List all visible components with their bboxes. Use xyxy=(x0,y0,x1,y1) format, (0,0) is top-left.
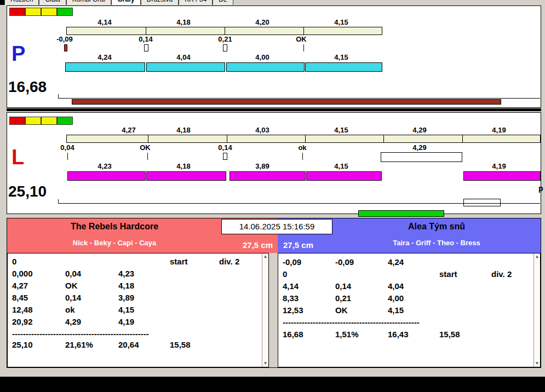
tab-dl[interactable]: DL xyxy=(213,0,233,5)
tab-rozbeh[interactable]: Rozběh xyxy=(4,0,39,5)
start-light-red xyxy=(9,117,25,125)
table-cell: 0,21 xyxy=(335,293,351,303)
panel-p: 4,14 4,18 4,20 4,15 -0,09 0,14 0,21 OK 4… xyxy=(7,5,541,108)
table-cell: 4,00 xyxy=(388,293,404,303)
datetime-box: 14.06.2025 15:16:59 xyxy=(221,219,332,234)
table-divider: ----------------------------------------… xyxy=(12,329,149,338)
table-cell: 4,27 xyxy=(12,281,28,290)
l-dog-bar xyxy=(67,171,146,181)
table-cell: 3,89 xyxy=(118,293,134,302)
table-cell: 0,000 xyxy=(12,269,33,278)
p-bottom-time: 4,24 xyxy=(97,53,111,61)
p-dog-bar xyxy=(305,62,382,72)
l-top-time: 4,03 xyxy=(255,126,269,134)
start-light-green xyxy=(57,8,73,16)
scrollbar[interactable]: ▲ ▼ xyxy=(262,253,268,367)
p-bottom-time: 4,15 xyxy=(334,53,348,61)
table-cell: 4,15 xyxy=(118,305,134,314)
l-mid-value: ok xyxy=(298,143,306,152)
tab-bar: Rozběh Čidla Kombi Graf Grafy Družstva K… xyxy=(4,0,541,5)
bar-divider xyxy=(303,27,304,35)
tab-kombi-graf[interactable]: Kombi Graf xyxy=(66,0,112,5)
l-tick-box xyxy=(223,153,227,160)
start-light-green xyxy=(57,117,73,125)
p-tick-line xyxy=(303,44,304,51)
l-dog-bar xyxy=(230,171,306,181)
p-mid-value: 0,14 xyxy=(139,35,152,43)
scroll-down-icon[interactable]: ▼ xyxy=(262,360,268,367)
table-cell: 12,48 xyxy=(12,305,33,314)
start-light-yellow-1 xyxy=(25,8,41,16)
bar-divider xyxy=(383,135,384,143)
start-light-yellow-1 xyxy=(25,117,41,125)
l-mid-value: 4,29 xyxy=(412,143,426,152)
table-cell: 0 xyxy=(12,257,16,266)
p-mid-value: -0,09 xyxy=(56,35,73,43)
table-total-cell: 21,61% xyxy=(65,340,93,349)
table-cell: 4,14 xyxy=(283,281,299,291)
team-left-height: 27,5 cm xyxy=(243,240,273,250)
team-left-results-list[interactable]: 0 start div. 2 0,000 0,04 4,23 4,27 OK 4… xyxy=(7,253,269,367)
table-divider: ----------------------------------------… xyxy=(283,318,420,327)
table-total-cell: 1,51% xyxy=(335,330,359,339)
team-right-members: Taira - Griff - Theo - Bress xyxy=(332,239,541,247)
l-dog-bar xyxy=(463,171,541,181)
table-cell: OK xyxy=(65,281,78,290)
table-cell: 20,92 xyxy=(12,317,33,326)
p-fault-tick xyxy=(64,44,67,51)
l-pending-bar xyxy=(381,152,462,162)
panel-separator xyxy=(7,108,541,111)
scroll-down-icon[interactable]: ▼ xyxy=(534,360,540,367)
table-cell: 8,45 xyxy=(12,293,28,302)
l-bottom-time: 4,15 xyxy=(334,162,348,170)
p-top-split-bar xyxy=(66,27,382,35)
tab-cidla[interactable]: Čidla xyxy=(39,0,66,5)
timing-app-window: { "tabs": { "items": ["Rozběh", "Čidla",… xyxy=(0,0,545,392)
window-corner-fragment xyxy=(0,0,4,5)
bar-divider xyxy=(227,135,227,143)
table-cell: -0,09 xyxy=(283,257,301,267)
p-dog-bar xyxy=(65,62,145,72)
panel-l-total: 25,10 xyxy=(8,183,47,200)
p-bottom-time: 4,00 xyxy=(255,53,269,61)
panel-p-label: P xyxy=(12,43,25,64)
table-cell: 4,18 xyxy=(118,281,134,290)
l-baseline xyxy=(58,203,540,204)
tab-grafy[interactable]: Grafy xyxy=(111,0,140,5)
start-light-yellow-2 xyxy=(41,117,57,125)
table-cell: 0,04 xyxy=(65,269,81,278)
l-bottom-time: 4,19 xyxy=(492,162,506,170)
scroll-up-icon[interactable]: ▲ xyxy=(534,253,540,260)
tab-kr-54[interactable]: KR / 54 xyxy=(179,0,213,5)
p-dog-bar xyxy=(226,62,305,72)
green-progress-bar xyxy=(358,210,444,217)
p-mid-value: 0,21 xyxy=(218,35,232,43)
l-bottom-time: 3,89 xyxy=(255,162,269,170)
l-white-box xyxy=(463,199,501,206)
l-tick-line xyxy=(147,153,148,160)
table-cell: -0,09 xyxy=(335,257,354,267)
l-tick-line xyxy=(67,153,68,160)
p-baseline xyxy=(58,98,540,99)
l-mid-value: OK xyxy=(140,143,151,152)
tab-druzstva[interactable]: Družstva xyxy=(141,0,179,5)
start-light-yellow-2 xyxy=(41,8,57,16)
bar-divider xyxy=(146,27,146,35)
bottom-black-bar xyxy=(0,377,545,392)
scroll-up-icon[interactable]: ▲ xyxy=(262,253,268,260)
team-left-members: Nick - Beky - Capi - Caya xyxy=(7,239,222,247)
p-top-time: 4,18 xyxy=(176,18,190,26)
table-total-cell: 16,68 xyxy=(283,330,303,339)
l-top-time: 4,18 xyxy=(176,126,190,134)
table-cell: start xyxy=(439,269,457,279)
p-top-time: 4,14 xyxy=(97,18,111,26)
p-tick-box xyxy=(223,44,227,51)
l-dog-bar xyxy=(146,171,226,181)
table-total-cell: 15,58 xyxy=(439,330,460,339)
tab-row: Rozběh Čidla Kombi Graf Grafy Družstva K… xyxy=(4,0,233,5)
bar-divider xyxy=(462,135,463,143)
team-right-results-list[interactable]: -0,09 -0,09 4,24 0 start div. 2 4,14 0,1… xyxy=(278,253,541,367)
table-cell: div. 2 xyxy=(219,257,239,266)
panel-l-label: L xyxy=(12,147,24,168)
scrollbar[interactable]: ▲ ▼ xyxy=(533,253,540,367)
